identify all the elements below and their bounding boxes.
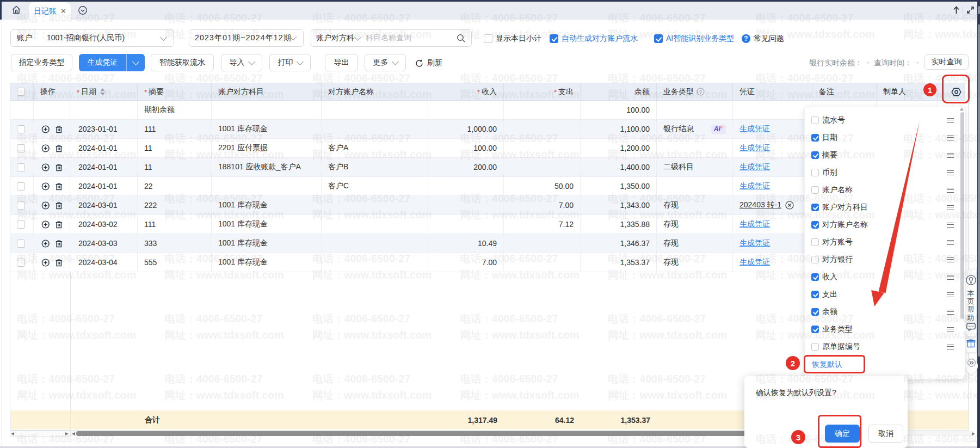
svg-text:?: ? xyxy=(699,89,702,95)
